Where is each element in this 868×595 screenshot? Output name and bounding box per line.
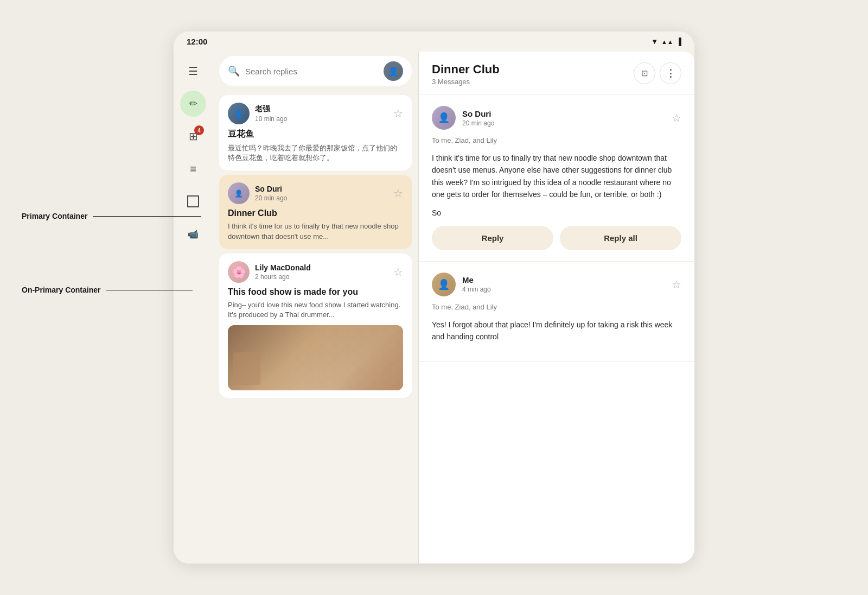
notifications-button[interactable]: ⊞ 4 bbox=[180, 123, 206, 149]
sender-avatar-icon-1: 👤 bbox=[234, 110, 243, 118]
email-detail-panel: Dinner Club 3 Messages ⊡ ⋮ bbox=[419, 52, 694, 564]
email-subject-3: This food show is made for you bbox=[228, 287, 403, 297]
device-frame: 12:00 ▼ ▲▲ ▐ ☰ ✏ ⊞ bbox=[174, 31, 694, 564]
sender-details-1: 老强 10 min ago bbox=[255, 104, 287, 123]
search-bar[interactable]: 🔍 👤 bbox=[219, 56, 412, 86]
on-primary-container-label: On-Primary Container bbox=[22, 286, 100, 294]
email-subject-2: Dinner Club bbox=[228, 208, 403, 218]
message-header-1: 👤 So Duri 20 min ago ☆ bbox=[432, 106, 681, 130]
message-sender-details-2: Me 4 min ago bbox=[462, 275, 491, 293]
message-card-2: 👤 Me 4 min ago ☆ To me, Ziad, and Lily Y… bbox=[419, 262, 694, 362]
sender-details-3: Lily MacDonald 2 hours ago bbox=[255, 263, 311, 281]
message-body-2: Yes! I forgot about that place! I'm defi… bbox=[432, 319, 681, 343]
message-sender-details-1: So Duri 20 min ago bbox=[462, 109, 494, 127]
email-header-2: 👤 So Duri 20 min ago ☆ bbox=[228, 182, 403, 204]
message-star-2[interactable]: ☆ bbox=[672, 278, 681, 291]
email-subject-1: 豆花鱼 bbox=[228, 129, 403, 140]
chat-icon bbox=[187, 195, 199, 207]
compose-button[interactable]: ✏ bbox=[180, 91, 206, 117]
detail-actions: ⊡ ⋮ bbox=[634, 62, 681, 84]
more-options-icon: ⋮ bbox=[666, 67, 675, 79]
star-button-1[interactable]: ☆ bbox=[393, 107, 403, 120]
more-options-button[interactable]: ⋮ bbox=[660, 62, 681, 84]
email-item-2[interactable]: 👤 So Duri 20 min ago ☆ Dinner Club I thi… bbox=[219, 175, 412, 249]
sender-avatar-3: 🌸 bbox=[228, 261, 250, 283]
sender-name-1: 老强 bbox=[255, 104, 287, 114]
search-input[interactable] bbox=[245, 67, 378, 76]
message-recipients-2: To me, Ziad, and Lily bbox=[432, 303, 681, 311]
sender-time-2: 20 min ago bbox=[255, 194, 287, 202]
message-avatar-icon-2: 👤 bbox=[438, 278, 450, 290]
compose-icon: ✏ bbox=[189, 98, 197, 110]
message-card-1: 👤 So Duri 20 min ago ☆ To me, Ziad, and … bbox=[419, 95, 694, 262]
email-list: 👤 老强 10 min ago ☆ 豆花鱼 最近忙吗？昨晚我去了你最爱的那家饭馆… bbox=[213, 93, 418, 564]
sender-name-2: So Duri bbox=[255, 185, 287, 193]
sender-avatar-icon-2: 👤 bbox=[234, 189, 243, 198]
sender-avatar-2: 👤 bbox=[228, 182, 250, 204]
star-button-2[interactable]: ☆ bbox=[393, 187, 403, 200]
search-icon: 🔍 bbox=[228, 65, 240, 77]
battery-icon: ▐ bbox=[676, 37, 681, 46]
food-show-thumbnail bbox=[228, 325, 403, 390]
sender-details-2: So Duri 20 min ago bbox=[255, 185, 287, 202]
content-area: ☰ ✏ ⊞ 4 ≡ bbox=[174, 52, 694, 564]
star-button-3[interactable]: ☆ bbox=[393, 265, 403, 278]
detail-title-block: Dinner Club 3 Messages bbox=[432, 62, 500, 86]
detail-count: 3 Messages bbox=[432, 78, 500, 86]
user-avatar-icon: 👤 bbox=[388, 66, 399, 77]
primary-container-annotation: Primary Container bbox=[22, 212, 201, 220]
signal-icon: ▲▲ bbox=[661, 39, 673, 45]
status-icons: ▼ ▲▲ ▐ bbox=[651, 37, 681, 46]
sender-info-3: 🌸 Lily MacDonald 2 hours ago bbox=[228, 261, 311, 283]
message-time-2: 4 min ago bbox=[462, 286, 491, 293]
message-avatar-icon-1: 👤 bbox=[438, 112, 450, 124]
menu-icon-btn[interactable]: ☰ bbox=[180, 58, 206, 84]
message-time-1: 20 min ago bbox=[462, 119, 494, 127]
message-sender-info-2: 👤 Me 4 min ago bbox=[432, 273, 491, 296]
message-header-2: 👤 Me 4 min ago ☆ bbox=[432, 273, 681, 296]
message-signature-1: So bbox=[432, 208, 681, 217]
email-image-3 bbox=[228, 325, 403, 390]
reply-button[interactable]: Reply bbox=[432, 226, 553, 250]
sender-time-3: 2 hours ago bbox=[255, 273, 311, 281]
notification-badge: 4 bbox=[194, 125, 204, 135]
menu-icon: ☰ bbox=[188, 65, 198, 78]
chat-button[interactable] bbox=[180, 188, 206, 214]
email-header-1: 👤 老强 10 min ago ☆ bbox=[228, 103, 403, 124]
status-bar: 12:00 ▼ ▲▲ ▐ bbox=[174, 31, 694, 52]
sender-time-1: 10 min ago bbox=[255, 115, 287, 123]
message-star-1[interactable]: ☆ bbox=[672, 111, 681, 124]
primary-container-label: Primary Container bbox=[22, 212, 87, 220]
message-avatar-1: 👤 bbox=[432, 106, 456, 130]
sender-info-2: 👤 So Duri 20 min ago bbox=[228, 182, 287, 204]
notes-button[interactable]: ≡ bbox=[180, 156, 206, 182]
notes-icon: ≡ bbox=[190, 163, 196, 175]
message-recipients-1: To me, Ziad, and Lily bbox=[432, 136, 681, 144]
email-item-3[interactable]: 🌸 Lily MacDonald 2 hours ago ☆ This food… bbox=[219, 254, 412, 398]
detail-title: Dinner Club bbox=[432, 62, 500, 77]
expand-icon: ⊡ bbox=[641, 68, 648, 78]
sidebar: ☰ ✏ ⊞ 4 ≡ bbox=[174, 52, 213, 564]
message-avatar-2: 👤 bbox=[432, 273, 456, 296]
sender-name-3: Lily MacDonald bbox=[255, 263, 311, 272]
sender-avatar-1: 👤 bbox=[228, 103, 250, 124]
reply-all-button[interactable]: Reply all bbox=[560, 226, 681, 250]
email-preview-3: Ping– you'd love this new food show I st… bbox=[228, 300, 403, 320]
message-sender-info-1: 👤 So Duri 20 min ago bbox=[432, 106, 494, 130]
email-item-1[interactable]: 👤 老强 10 min ago ☆ 豆花鱼 最近忙吗？昨晚我去了你最爱的那家饭馆… bbox=[219, 95, 412, 170]
messages-list: 👤 So Duri 20 min ago ☆ To me, Ziad, and … bbox=[419, 95, 694, 564]
email-preview-2: I think it's time for us to finally try … bbox=[228, 221, 403, 241]
wifi-icon: ▼ bbox=[651, 37, 658, 46]
on-primary-container-annotation: On-Primary Container bbox=[22, 286, 201, 294]
detail-header: Dinner Club 3 Messages ⊡ ⋮ bbox=[419, 52, 694, 95]
page-wrapper: Primary Container On-Primary Container 1… bbox=[0, 0, 868, 595]
message-body-1: I think it's time for us to finally try … bbox=[432, 152, 681, 201]
message-sender-name-2: Me bbox=[462, 275, 491, 284]
message-sender-name-1: So Duri bbox=[462, 109, 494, 118]
user-avatar[interactable]: 👤 bbox=[384, 61, 403, 81]
reply-buttons: Reply Reply all bbox=[432, 226, 681, 250]
sender-info-1: 👤 老强 10 min ago bbox=[228, 103, 287, 124]
email-preview-1: 最近忙吗？昨晚我去了你最爱的那家饭馆，点了他们的特色豆花鱼，吃着吃着就想你了。 bbox=[228, 143, 403, 163]
expand-button[interactable]: ⊡ bbox=[634, 62, 655, 84]
email-header-3: 🌸 Lily MacDonald 2 hours ago ☆ bbox=[228, 261, 403, 283]
